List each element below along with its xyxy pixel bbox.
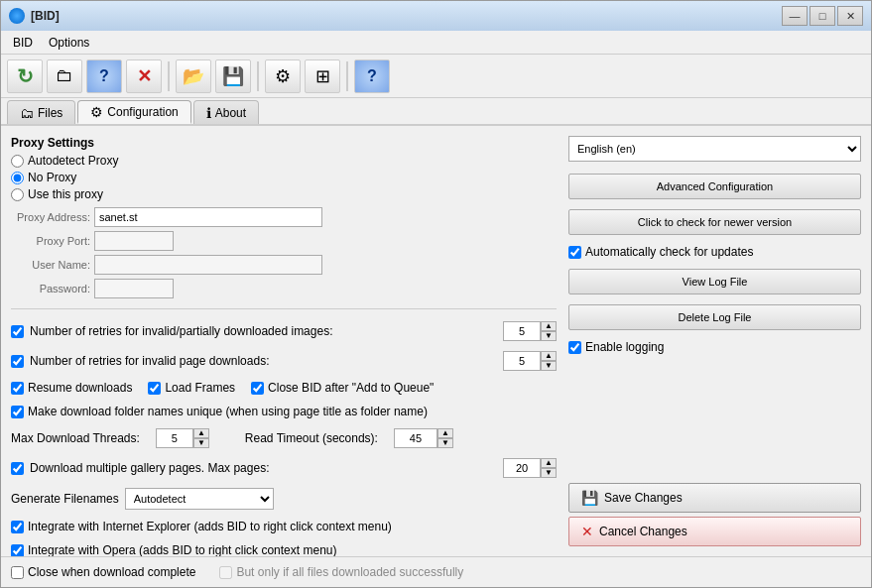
view-log-button[interactable]: View Log File [568,269,861,294]
enable-logging-row: Enable logging [568,340,861,354]
but-only-label: But only if all files downloaded success… [236,565,463,579]
toolbar-separator-1 [168,61,170,91]
max-pages-input[interactable] [503,458,541,478]
folder-button[interactable]: 🗀 [47,59,82,93]
close-button[interactable]: ✕ [837,6,863,26]
close-on-complete-checkbox[interactable] [11,566,24,579]
open-button[interactable]: 📂 [176,59,211,93]
autodetect-proxy-radio[interactable] [11,155,24,168]
close-on-complete-option[interactable]: Close when download complete [11,565,195,579]
title-bar: [BID] — □ ✕ [1,1,871,31]
max-pages-spin-btns: ▲ ▼ [541,458,557,478]
retries-images-label: Number of retries for invalid/partially … [30,324,497,338]
action-buttons: 💾 Save Changes ✕ Cancel Changes [568,483,861,546]
load-frames-checkbox[interactable] [148,382,161,395]
no-proxy-radio[interactable] [11,172,24,184]
but-only-checkbox[interactable] [219,566,232,579]
max-threads-spin-btns: ▲ ▼ [193,428,209,448]
retries-pages-up[interactable]: ▲ [541,351,557,361]
read-timeout-up[interactable]: ▲ [437,428,453,438]
about-tab-icon: ℹ [206,105,211,121]
retries-pages-input[interactable] [503,351,541,371]
close-bid-checkbox[interactable] [251,382,264,395]
menu-options[interactable]: Options [41,34,97,52]
autodetect-proxy-label: Autodetect Proxy [28,154,118,168]
files-tab[interactable]: 🗂 Files [7,100,75,124]
retries-images-checkbox[interactable] [11,325,24,338]
read-timeout-down[interactable]: ▼ [437,438,453,448]
max-pages-up[interactable]: ▲ [541,458,557,468]
proxy-address-input[interactable] [94,207,322,227]
maximize-button[interactable]: □ [810,6,835,26]
proxy-password-input[interactable] [94,279,174,298]
max-pages-row: Download multiple gallery pages. Max pag… [11,458,557,478]
opera-integrate-checkbox[interactable] [11,544,24,557]
cancel-icon: ✕ [581,524,593,539]
delete-log-button[interactable]: Delete Log File [568,304,861,330]
load-frames-option[interactable]: Load Frames [148,381,235,395]
retries-pages-checkbox[interactable] [11,355,24,368]
help-button[interactable]: ? [86,59,122,93]
toolbar: ↻ 🗀 ? ✕ 📂 💾 ⚙ ⊞ ? [1,55,871,98]
max-pages-checkbox[interactable] [11,462,24,475]
save-button-toolbar[interactable]: 💾 [215,59,251,93]
retries-images-down[interactable]: ▼ [541,331,557,341]
use-proxy-label: Use this proxy [28,187,103,201]
folder-names-checkbox[interactable] [11,406,24,418]
autodetect-proxy-option[interactable]: Autodetect Proxy [11,154,557,168]
threads-timeout-row: Max Download Threads: ▲ ▼ Read Timeout (… [11,428,557,448]
stop-button[interactable]: ✕ [126,59,162,93]
use-proxy-radio[interactable] [11,188,24,201]
close-bid-label: Close BID after "Add to Queue" [268,381,434,395]
configuration-tab-icon: ⚙ [90,104,103,120]
advanced-config-button[interactable]: Advanced Configuration [568,174,861,199]
read-timeout-input[interactable] [394,428,437,448]
proxy-port-input[interactable] [94,231,174,251]
cancel-changes-button[interactable]: ✕ Cancel Changes [568,517,861,546]
no-proxy-option[interactable]: No Proxy [11,171,557,184]
retries-images-spinbox: ▲ ▼ [503,321,557,341]
ie-integrate-checkbox[interactable] [11,521,24,533]
resume-downloads-checkbox[interactable] [11,382,24,395]
files-tab-icon: 🗂 [20,105,34,121]
menu-bid[interactable]: BID [5,34,41,52]
proxy-radio-group: Autodetect Proxy No Proxy Use this proxy [11,154,557,201]
configuration-tab[interactable]: ⚙ Configuration [77,100,190,124]
read-timeout-label: Read Timeout (seconds): [245,431,378,445]
check-version-button[interactable]: Click to check for newer version [568,209,861,235]
max-threads-up[interactable]: ▲ [193,428,209,438]
about-tab-label: About [215,106,246,120]
use-proxy-option[interactable]: Use this proxy [11,187,557,201]
max-threads-input[interactable] [156,428,193,448]
retries-images-input[interactable] [503,321,541,341]
retries-images-up[interactable]: ▲ [541,321,557,331]
refresh-button[interactable]: ↻ [7,59,43,93]
save-changes-button[interactable]: 💾 Save Changes [568,483,861,513]
ie-integrate-row: Integrate with Internet Explorer (adds B… [11,520,557,533]
retries-pages-label: Number of retries for invalid page downl… [30,354,497,368]
settings-button[interactable]: ⚙ [265,59,301,93]
about-tab[interactable]: ℹ About [193,100,259,124]
info-button[interactable]: ? [354,59,390,93]
enable-logging-label: Enable logging [585,340,664,354]
minimize-button[interactable]: — [782,6,808,26]
generate-filenames-select[interactable]: Autodetect Sequential Original [125,488,274,510]
toolbar-separator-2 [257,61,259,91]
proxy-port-label: Proxy Port: [11,235,90,247]
retries-pages-down[interactable]: ▼ [541,361,557,371]
grid-button[interactable]: ⊞ [305,59,340,93]
close-bid-option[interactable]: Close BID after "Add to Queue" [251,381,434,395]
max-pages-down[interactable]: ▼ [541,468,557,478]
read-timeout-spinbox: ▲ ▼ [394,428,453,448]
max-threads-down[interactable]: ▼ [193,438,209,448]
enable-logging-checkbox[interactable] [568,341,581,354]
but-only-option[interactable]: But only if all files downloaded success… [219,565,463,579]
proxy-username-input[interactable] [94,255,322,275]
retries-pages-spin-btns: ▲ ▼ [541,351,557,371]
auto-check-checkbox[interactable] [568,246,581,259]
language-select[interactable]: English (en) German (de) French (fr) Spa… [568,136,861,162]
proxy-fields: Proxy Address: Proxy Port: User Name: Pa… [11,207,557,298]
configuration-tab-label: Configuration [107,105,178,119]
resume-downloads-option[interactable]: Resume downloads [11,381,132,395]
bottom-bar: Close when download complete But only if… [1,556,871,587]
